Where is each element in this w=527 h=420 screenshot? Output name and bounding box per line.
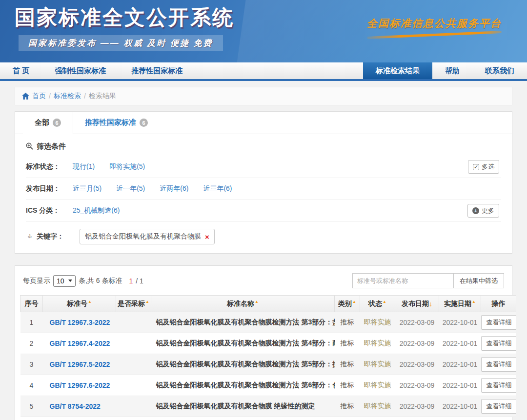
per-page-control: 每页显示 10 条,共 6 条标准 1 / 1 bbox=[23, 275, 143, 287]
standard-code-link[interactable]: GB/T 12967.5-2022 bbox=[43, 354, 116, 375]
table-row: 1 GB/T 12967.3-2022 铝及铝合金阳极氧化膜及有机聚合物膜检测方… bbox=[20, 312, 516, 333]
chevron-down-icon bbox=[68, 280, 72, 282]
page-total: / 1 bbox=[136, 277, 143, 285]
standard-code-link[interactable]: GB/T 12967.4-2022 bbox=[43, 333, 116, 354]
cell-impldate: 2022-10-01 bbox=[439, 312, 481, 333]
standard-name: 铝及铝合金阳极氧化膜及有机聚合物膜 绝缘性的测定 bbox=[151, 396, 335, 417]
col-name[interactable]: 标准名称▲ bbox=[151, 296, 335, 312]
cell-action: 查看详细 bbox=[481, 333, 516, 354]
status-badge: 即将实施 bbox=[360, 354, 395, 375]
standard-code-link[interactable]: GB/T 12967.6-2022 bbox=[43, 375, 116, 396]
cell-impldate: 2022-10-01 bbox=[439, 375, 481, 396]
tab-all-count-badge: 6 bbox=[53, 119, 61, 127]
nav-item-search-results[interactable]: 标准检索结果 bbox=[363, 62, 432, 79]
nav-item-mandatory-standards[interactable]: 强制性国家标准 bbox=[42, 62, 119, 79]
col-impldate-label: 实施日期 bbox=[444, 300, 471, 307]
remove-keyword-icon[interactable]: × bbox=[205, 233, 209, 240]
cell-pubdate: 2022-03-09 bbox=[395, 396, 439, 417]
sort-asc-icon: ▲ bbox=[383, 300, 386, 304]
filter-pubdate-3months[interactable]: 近三月(5) bbox=[73, 184, 101, 193]
col-status-label: 状态 bbox=[368, 300, 382, 307]
col-code[interactable]: 标准号▲ bbox=[43, 296, 116, 312]
cell-category: 推标 bbox=[335, 354, 360, 375]
tab-all-label: 全部 bbox=[35, 118, 49, 127]
cell-category: 推标 bbox=[335, 396, 360, 417]
more-button[interactable]: + 更多 bbox=[467, 204, 499, 218]
filter-pubdate-3years[interactable]: 近三年(6) bbox=[203, 184, 232, 193]
cell-seq: 4 bbox=[20, 375, 43, 396]
results-toolbar: 每页显示 10 条,共 6 条标准 1 / 1 在结果中筛选 bbox=[20, 266, 507, 295]
view-detail-button[interactable]: 查看详细 bbox=[481, 399, 516, 414]
filter-status-label: 标准状态： bbox=[26, 162, 73, 171]
cell-adopted bbox=[116, 312, 151, 333]
col-impldate[interactable]: 实施日期▲ bbox=[439, 296, 481, 312]
view-detail-button[interactable]: 查看详细 bbox=[481, 378, 516, 393]
cell-action: 查看详细 bbox=[481, 312, 516, 333]
standard-name: 铝及铝合金阳极氧化膜及有机聚合物膜检测方法 第5部分：抗... bbox=[151, 354, 335, 375]
main-navbar: 首 页 强制性国家标准 推荐性国家标准 标准检索结果 帮助 联系我们 bbox=[0, 62, 527, 81]
breadcrumb-home[interactable]: 首页 bbox=[32, 92, 46, 100]
sort-asc-icon: ▲ bbox=[352, 300, 356, 304]
cell-impldate: 2022-10-01 bbox=[439, 396, 481, 417]
filter-ics-machinery[interactable]: 25_机械制造(6) bbox=[73, 206, 120, 215]
nav-item-home[interactable]: 首 页 bbox=[0, 62, 42, 79]
cell-action: 查看详细 bbox=[481, 354, 516, 375]
sort-asc-icon: ▲ bbox=[88, 300, 92, 304]
cell-pubdate: 2022-03-09 bbox=[395, 312, 439, 333]
multi-select-button[interactable]: ✓ 多选 bbox=[468, 160, 499, 174]
table-row: 2 GB/T 12967.4-2022 铝及铝合金阳极氧化膜及有机聚合物膜检测方… bbox=[20, 333, 516, 354]
cell-seq: 3 bbox=[20, 354, 43, 375]
cell-adopted bbox=[116, 375, 151, 396]
col-adopted[interactable]: 是否采标▲ bbox=[116, 296, 151, 312]
cell-seq: 1 bbox=[20, 312, 43, 333]
nav-item-recommended-standards[interactable]: 推荐性国家标准 bbox=[119, 62, 195, 79]
sort-desc-icon: ↓ bbox=[429, 300, 432, 308]
view-detail-button[interactable]: 查看详细 bbox=[481, 357, 516, 372]
nav-right-group: 标准检索结果 帮助 联系我们 bbox=[363, 62, 527, 79]
standard-code-link[interactable]: GB/T 8754-2022 bbox=[43, 396, 116, 417]
tab-all[interactable]: 全部 6 bbox=[23, 112, 73, 134]
filter-pubdate-1year[interactable]: 近一年(5) bbox=[116, 184, 145, 193]
filter-pubdate-2years[interactable]: 近两年(6) bbox=[160, 184, 188, 193]
col-seq[interactable]: 序号 bbox=[20, 296, 43, 312]
multi-select-label: 多选 bbox=[482, 162, 494, 171]
cell-adopted bbox=[116, 333, 151, 354]
col-action[interactable]: 操作 bbox=[481, 296, 516, 312]
nav-item-contact[interactable]: 联系我们 bbox=[472, 62, 527, 79]
home-icon bbox=[22, 93, 29, 100]
per-page-value: 10 bbox=[57, 277, 64, 285]
cell-category: 推标 bbox=[335, 333, 360, 354]
table-row: 4 GB/T 12967.6-2022 铝及铝合金阳极氧化膜及有机聚合物膜检测方… bbox=[20, 375, 516, 396]
view-detail-button[interactable]: 查看详细 bbox=[481, 315, 516, 330]
col-status[interactable]: 状态▲ bbox=[360, 296, 395, 312]
per-page-suffix: 条,共 6 条标准 bbox=[79, 277, 122, 285]
sort-asc-icon: ▲ bbox=[472, 300, 476, 304]
cell-seq: 2 bbox=[20, 333, 43, 354]
standard-code-link[interactable]: GB/T 12967.3-2022 bbox=[43, 312, 116, 333]
per-page-select[interactable]: 10 bbox=[53, 275, 76, 287]
breadcrumb-search[interactable]: 标准检索 bbox=[54, 92, 81, 100]
col-category[interactable]: 类别▲ bbox=[335, 296, 360, 312]
filter-in-results-button[interactable]: 在结果中筛选 bbox=[454, 273, 504, 288]
cell-action: 查看详细 bbox=[481, 375, 516, 396]
site-slogan: 国家标准委发布 —— 权威 及时 便捷 免费 bbox=[19, 35, 223, 51]
search-input[interactable] bbox=[352, 273, 454, 288]
cell-impldate: 2022-10-01 bbox=[439, 333, 481, 354]
filter-status-current[interactable]: 现行(1) bbox=[73, 162, 95, 171]
standard-name: 铝及铝合金阳极氧化膜及有机聚合物膜检测方法 第4部分：耐... bbox=[151, 333, 335, 354]
cell-category: 推标 bbox=[335, 312, 360, 333]
cell-seq: 5 bbox=[20, 396, 43, 417]
results-table: 序号 标准号▲ 是否采标▲ 标准名称▲ 类别▲ 状态▲ 发布日期↓ 实施日期▲ … bbox=[20, 295, 516, 417]
per-page-prefix: 每页显示 bbox=[23, 277, 50, 285]
col-pubdate[interactable]: 发布日期↓ bbox=[395, 296, 439, 312]
table-row: 5 GB/T 8754-2022 铝及铝合金阳极氧化膜及有机聚合物膜 绝缘性的测… bbox=[20, 396, 516, 417]
breadcrumb: 首页 / 标准检索 / 检索结果 bbox=[15, 87, 512, 105]
platform-logo-text[interactable]: 全国标准信息公共服务平台 bbox=[367, 17, 502, 36]
view-detail-button[interactable]: 查看详细 bbox=[481, 336, 516, 351]
standard-name: 铝及铝合金阳极氧化膜及有机聚合物膜检测方法 第6部分：色... bbox=[151, 375, 335, 396]
tab-recommended[interactable]: 推荐性国家标准 6 bbox=[73, 112, 160, 134]
filter-status-upcoming[interactable]: 即将实施(5) bbox=[109, 162, 145, 171]
nav-item-help[interactable]: 帮助 bbox=[432, 62, 472, 79]
keyword-label: 关键字： bbox=[37, 232, 80, 241]
site-title: 国家标准全文公开系统 bbox=[15, 4, 234, 31]
